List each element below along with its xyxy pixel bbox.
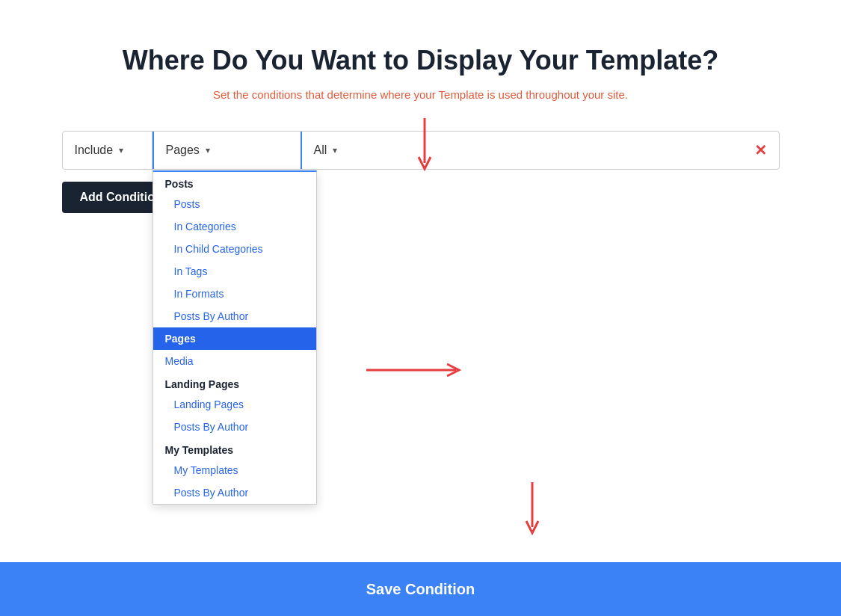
dropdown-item-my-templates[interactable]: My Templates [153, 459, 316, 481]
page-subtitle: Set the conditions that determine where … [213, 88, 628, 101]
pages-label: Pages [166, 144, 200, 157]
dropdown-item-in-child-categories[interactable]: In Child Categories [153, 238, 316, 260]
dropdown-item-media[interactable]: Media [153, 350, 316, 372]
dropdown-item-posts-by-author-2[interactable]: Posts By Author [153, 416, 316, 438]
save-condition-bar[interactable]: Save Condition [0, 562, 841, 616]
save-condition-button[interactable]: Save Condition [366, 581, 475, 598]
arrow-indicator-2 [523, 482, 541, 545]
dropdown-item-in-formats[interactable]: In Formats [153, 283, 316, 305]
page-title: Where Do You Want to Display Your Templa… [123, 45, 718, 76]
page-container: Where Do You Want to Display Your Templa… [0, 0, 841, 616]
group-label-my-templates: My Templates [153, 438, 316, 459]
include-chevron-icon: ▾ [119, 145, 123, 155]
group-label-landing-pages: Landing Pages [153, 372, 316, 393]
all-label: All [314, 144, 327, 157]
include-dropdown[interactable]: Include ▾ [63, 132, 153, 169]
dropdown-item-pages[interactable]: Pages [153, 327, 316, 350]
group-label-posts: Posts [153, 172, 316, 193]
type-dropdown-menu: Posts Posts In Categories In Child Categ… [153, 170, 317, 505]
pages-dropdown[interactable]: Pages ▾ [153, 132, 302, 169]
dropdown-item-landing-pages[interactable]: Landing Pages [153, 393, 316, 416]
dropdown-item-posts[interactable]: Posts [153, 193, 316, 215]
dropdown-item-in-tags[interactable]: In Tags [153, 260, 316, 283]
all-dropdown[interactable]: All ▾ [302, 132, 742, 169]
pages-chevron-icon: ▾ [206, 145, 210, 155]
remove-condition-button[interactable]: ✕ [742, 141, 779, 159]
arrow-indicator-right [366, 361, 471, 379]
dropdown-item-posts-by-author-3[interactable]: Posts By Author [153, 481, 316, 504]
all-chevron-icon: ▾ [333, 145, 337, 155]
include-label: Include [75, 144, 114, 157]
arrow-indicator-1 [416, 118, 434, 181]
dropdown-item-posts-by-author-1[interactable]: Posts By Author [153, 305, 316, 327]
dropdown-item-in-categories[interactable]: In Categories [153, 215, 316, 238]
